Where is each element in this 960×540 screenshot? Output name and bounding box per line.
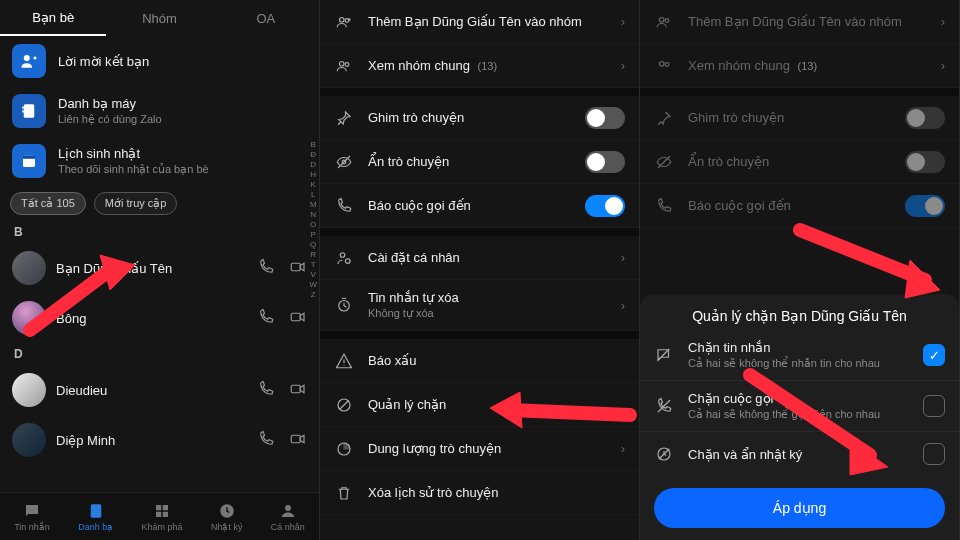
video-icon[interactable] [289,380,307,401]
phone-contacts-row[interactable]: Danh bạ máy Liên hệ có dùng Zalo [0,86,319,136]
svg-point-33 [660,17,665,22]
group-add-icon [334,12,354,32]
nav-contacts[interactable]: Danh bạ [78,502,113,532]
add-to-group-row: Thêm Bạn Dũng Giấu Tên vào nhóm › [640,0,959,44]
row-sub: Theo dõi sinh nhật của bạn bè [58,163,209,176]
nav-timeline[interactable]: Nhật ký [211,502,243,532]
contact-row[interactable]: Diệp Minh [0,415,319,465]
video-icon[interactable] [289,430,307,451]
hide-toggle [905,151,945,173]
friend-requests-row[interactable]: Lời mời kết bạn [0,36,319,86]
svg-line-29 [340,400,349,409]
sheet-title: Quản lý chặn Bạn Dũng Giấu Tên [640,308,959,324]
svg-point-19 [340,17,345,22]
video-icon[interactable] [289,308,307,329]
hide-chat-row[interactable]: Ẩn trò chuyện [320,140,639,184]
svg-line-41 [659,449,670,460]
add-to-group-row[interactable]: Thêm Bạn Dũng Giấu Tên vào nhóm › [320,0,639,44]
incoming-call-row[interactable]: Báo cuộc gọi đến [320,184,639,228]
call-icon[interactable] [257,258,275,279]
phone-incoming-icon [654,196,674,216]
checkbox[interactable]: ✓ [923,344,945,366]
incoming-call-row: Báo cuộc gọi đến [640,184,959,228]
video-icon[interactable] [289,258,307,279]
pin-icon [654,108,674,128]
block-call-row[interactable]: Chặn cuộc gọi Cả hai sẽ không thể gọi đi… [640,381,959,432]
eye-off-icon [654,152,674,172]
nav-profile[interactable]: Cá nhân [271,502,305,532]
chip-all[interactable]: Tất cả 105 [10,192,86,215]
row-label: Ghim trò chuyện [368,110,571,125]
avatar [12,423,46,457]
bottom-nav: Tin nhắn Danh bạ Khám phá Nhật ký Cá nhâ… [0,492,319,540]
row-label: Lời mời kết bạn [58,54,149,69]
row-label: Báo cuộc gọi đến [368,198,571,213]
contact-name: Bông [56,311,247,326]
contact-row[interactable]: Bạn Dũng Giấu Tên [0,243,319,293]
svg-line-42 [800,230,925,280]
svg-rect-6 [291,263,300,271]
row-label: Danh bạ máy [58,96,162,111]
nav-messages[interactable]: Tin nhắn [14,502,50,532]
user-settings-icon [334,248,354,268]
checkbox[interactable] [923,395,945,417]
mutual-groups-row[interactable]: Xem nhóm chung (13) › [320,44,639,88]
svg-rect-2 [22,107,24,109]
row-label: Cài đặt cá nhân [368,250,607,265]
storage-row[interactable]: Dung lượng trò chuyện › [320,427,639,471]
avatar [12,251,46,285]
auto-delete-row[interactable]: Tin nhắn tự xóa Không tự xóa › [320,280,639,331]
block-timeline-row[interactable]: Chặn và ẩn nhật ký [640,432,959,476]
svg-point-0 [24,55,30,61]
trash-icon [334,483,354,503]
svg-rect-8 [291,385,300,393]
personal-settings-row[interactable]: Cài đặt cá nhân › [320,236,639,280]
tab-oa[interactable]: OA [213,0,319,36]
chat-settings-panel: Thêm Bạn Dũng Giấu Tên vào nhóm › Xem nh… [320,0,640,540]
manage-block-row[interactable]: Quản lý chặn [320,383,639,427]
call-icon[interactable] [257,380,275,401]
tab-friends[interactable]: Bạn bè [0,0,106,36]
section-D: D [0,343,319,365]
svg-rect-10 [90,504,101,518]
contact-row[interactable]: Bông [0,293,319,343]
svg-rect-7 [291,313,300,321]
pin-toggle[interactable] [585,107,625,129]
section-B: B [0,221,319,243]
call-toggle [905,195,945,217]
pin-chat-row[interactable]: Ghim trò chuyện [320,96,639,140]
birthdays-row[interactable]: Lịch sinh nhật Theo dõi sinh nhật của bạ… [0,136,319,186]
mutual-groups-row: Xem nhóm chung (13) › [640,44,959,88]
chip-recent[interactable]: Mới truy cập [94,192,178,215]
filter-chips: Tất cả 105 Mới truy cập [0,186,319,221]
call-toggle[interactable] [585,195,625,217]
block-sheet-panel: Thêm Bạn Dũng Giấu Tên vào nhóm › Xem nh… [640,0,960,540]
row-label: Báo cuộc gọi đến [688,198,891,213]
row-label: Ẩn trò chuyện [688,154,891,169]
timer-icon [334,295,354,315]
row-label: Dung lượng trò chuyện [368,441,607,456]
checkbox[interactable] [923,443,945,465]
alpha-index[interactable]: BĐDHKLMNOPQRTVWZ [309,140,317,299]
svg-line-38 [659,349,670,360]
avatar [12,301,46,335]
nav-discover[interactable]: Khám phá [142,502,183,532]
svg-rect-13 [156,511,161,516]
apply-button[interactable]: Áp dụng [654,488,945,528]
block-sheet: Quản lý chặn Bạn Dũng Giấu Tên Chặn tin … [640,294,959,540]
tab-groups[interactable]: Nhóm [106,0,212,36]
report-row[interactable]: Báo xấu [320,339,639,383]
call-icon[interactable] [257,308,275,329]
block-msg-row[interactable]: Chặn tin nhắn Cả hai sẽ không thể nhắn t… [640,330,959,381]
row-label: Ẩn trò chuyện [368,154,571,169]
chevron-right-icon: › [621,58,625,73]
svg-point-36 [665,62,669,66]
chevron-right-icon: › [941,58,945,73]
block-call-icon [654,396,674,416]
clear-history-row[interactable]: Xóa lịch sử trò chuyện [320,471,639,515]
block-message-icon [654,345,674,365]
contact-row[interactable]: Dieudieu [0,365,319,415]
call-icon[interactable] [257,430,275,451]
hide-toggle[interactable] [585,151,625,173]
svg-rect-11 [156,505,161,510]
